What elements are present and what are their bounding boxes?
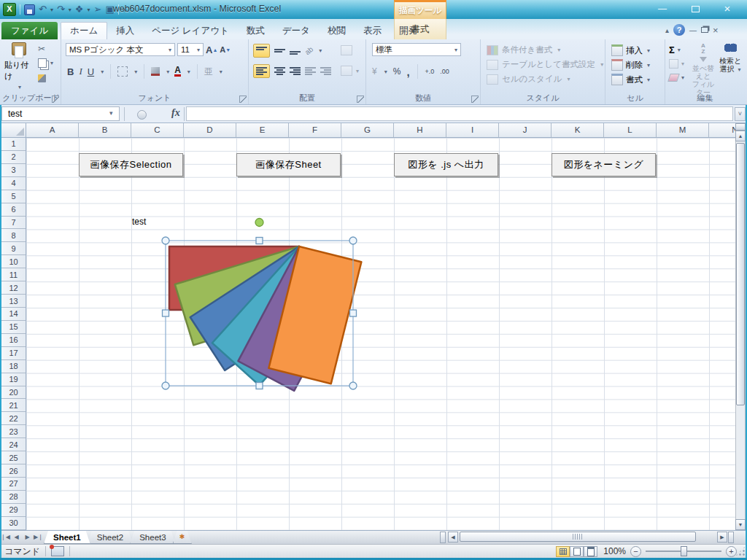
tab-データ[interactable]: データ	[274, 23, 319, 39]
row-header-26[interactable]: 26	[1, 464, 26, 478]
row-header-27[interactable]: 27	[1, 478, 26, 491]
tab-表示[interactable]: 表示	[355, 23, 390, 39]
sheet-button[interactable]: 画像保存Sheet	[236, 153, 341, 176]
zoom-level[interactable]: 100%	[603, 546, 626, 556]
sheet-button[interactable]: 図形を .js へ出力	[394, 153, 498, 176]
sheet-tab-Sheet1[interactable]: Sheet1	[44, 531, 90, 544]
vertical-split-handle[interactable]	[735, 123, 746, 131]
edge-resize-handle[interactable]	[256, 383, 263, 389]
column-header-M[interactable]: M	[657, 123, 709, 137]
prev-sheet-icon[interactable]: ◀	[11, 531, 22, 544]
sort-filter-button[interactable]: AZ 並べ替えとフィルター	[690, 43, 716, 96]
row-header-11[interactable]: 11	[1, 268, 26, 281]
row-header-17[interactable]: 17	[1, 347, 26, 360]
edge-resize-handle[interactable]	[256, 238, 263, 244]
tab-split-handle[interactable]	[440, 532, 446, 543]
workbook-close-icon[interactable]: ×	[713, 25, 719, 36]
currency-format-icon[interactable]: ¥	[372, 66, 377, 77]
tab-挿入[interactable]: 挿入	[107, 23, 143, 39]
decrease-indent-icon[interactable]	[305, 67, 316, 75]
format-cells-button[interactable]: 書式▾	[611, 74, 650, 85]
number-format-select[interactable]: 標準▾	[372, 43, 461, 56]
row-header-1[interactable]: 1	[1, 138, 26, 151]
delete-cells-button[interactable]: 削除▾	[611, 59, 650, 71]
cut-button[interactable]: ✂	[38, 44, 45, 54]
fill-color-dropdown-icon[interactable]: ▾	[166, 69, 169, 75]
column-header-K[interactable]: K	[551, 123, 604, 137]
horizontal-scroll-thumb[interactable]	[460, 532, 696, 542]
row-header-24[interactable]: 24	[1, 438, 26, 451]
row-header-18[interactable]: 18	[1, 360, 26, 373]
edge-resize-handle[interactable]	[350, 310, 357, 316]
insert-worksheet-icon[interactable]: ✱	[173, 531, 192, 544]
help-icon[interactable]: ?	[673, 24, 685, 36]
column-header-C[interactable]: C	[131, 123, 184, 137]
tab-数式[interactable]: 数式	[238, 23, 274, 39]
insert-function-button[interactable]: fx	[171, 107, 180, 119]
insert-cells-button[interactable]: 挿入▾	[611, 44, 650, 56]
page-layout-view-button[interactable]	[570, 546, 584, 557]
underline-button[interactable]: U	[88, 66, 94, 77]
hscroll-left-icon[interactable]: ◀	[448, 532, 458, 542]
zoom-in-icon[interactable]: +	[726, 546, 737, 557]
row-header-9[interactable]: 9	[1, 242, 26, 255]
hscroll-right-icon[interactable]: ▶	[717, 532, 727, 542]
font-name-select[interactable]: MS Pゴシック 本文▾	[66, 43, 175, 56]
align-bottom-button[interactable]	[290, 47, 301, 55]
align-top-button[interactable]	[253, 44, 270, 58]
hscroll-split-handle[interactable]	[728, 532, 734, 543]
row-header-22[interactable]: 22	[1, 412, 26, 425]
comma-style-button[interactable]: ,	[406, 66, 409, 78]
row-header-3[interactable]: 3	[1, 164, 26, 177]
percent-style-button[interactable]: %	[393, 66, 401, 77]
fill-button[interactable]: ▾	[669, 59, 684, 69]
column-header-D[interactable]: D	[184, 123, 236, 137]
corner-resize-handle[interactable]	[349, 237, 357, 244]
column-header-L[interactable]: L	[604, 123, 657, 137]
column-header-E[interactable]: E	[236, 123, 289, 137]
align-center-button[interactable]	[274, 67, 285, 75]
format-painter-button[interactable]	[38, 74, 46, 82]
autosum-button[interactable]: Σ▾	[669, 44, 681, 55]
collapse-ribbon-icon[interactable]: ▴	[665, 26, 669, 34]
scroll-down-icon[interactable]: ▼	[735, 519, 746, 530]
expand-formula-bar-icon[interactable]: ˅	[735, 107, 746, 121]
currency-dropdown-icon[interactable]: ▾	[384, 69, 387, 75]
column-header-J[interactable]: J	[499, 123, 551, 137]
edge-resize-handle[interactable]	[163, 310, 169, 316]
sheet-button[interactable]: 画像保存Selection	[79, 153, 183, 176]
increase-indent-icon[interactable]	[320, 67, 331, 75]
row-header-2[interactable]: 2	[1, 151, 26, 164]
align-left-button[interactable]	[253, 64, 270, 78]
row-header-16[interactable]: 16	[1, 334, 26, 347]
macro-record-icon[interactable]	[51, 546, 64, 556]
rotate-handle[interactable]	[255, 219, 263, 227]
next-sheet-icon[interactable]: ▶	[22, 531, 33, 544]
grow-font-button[interactable]: A▲	[206, 44, 217, 55]
sheet-tab-Sheet3[interactable]: Sheet3	[130, 531, 175, 544]
cell-styles-button[interactable]: セルのスタイル▾	[487, 74, 570, 85]
row-header-13[interactable]: 13	[1, 295, 26, 308]
shrink-font-button[interactable]: A▼	[220, 45, 231, 54]
normal-view-button[interactable]	[556, 546, 570, 557]
zoom-out-icon[interactable]: −	[630, 546, 641, 557]
underline-dropdown-icon[interactable]: ▾	[101, 69, 104, 75]
column-header-A[interactable]: A	[26, 123, 79, 137]
clipboard-dialog-launcher-icon[interactable]	[52, 96, 59, 103]
ruby-dropdown-icon[interactable]: ▾	[220, 69, 222, 75]
column-header-F[interactable]: F	[289, 123, 341, 137]
align-right-button[interactable]	[290, 67, 301, 75]
name-box[interactable]: test	[1, 106, 120, 121]
font-size-select[interactable]: 11▾	[177, 43, 204, 56]
row-header-30[interactable]: 30	[1, 517, 26, 530]
minimize-button[interactable]: —	[653, 4, 672, 15]
tab-校閲[interactable]: 校閲	[319, 23, 355, 39]
orientation-dropdown-icon[interactable]: ▾	[319, 47, 322, 54]
row-header-25[interactable]: 25	[1, 451, 26, 464]
font-color-dropdown-icon[interactable]: ▾	[187, 69, 190, 75]
first-sheet-icon[interactable]: ❘◀	[0, 531, 11, 544]
column-header-N[interactable]: N	[709, 123, 735, 137]
font-color-icon[interactable]: A	[174, 66, 181, 77]
corner-resize-handle[interactable]	[349, 382, 357, 389]
row-header-15[interactable]: 15	[1, 321, 26, 334]
